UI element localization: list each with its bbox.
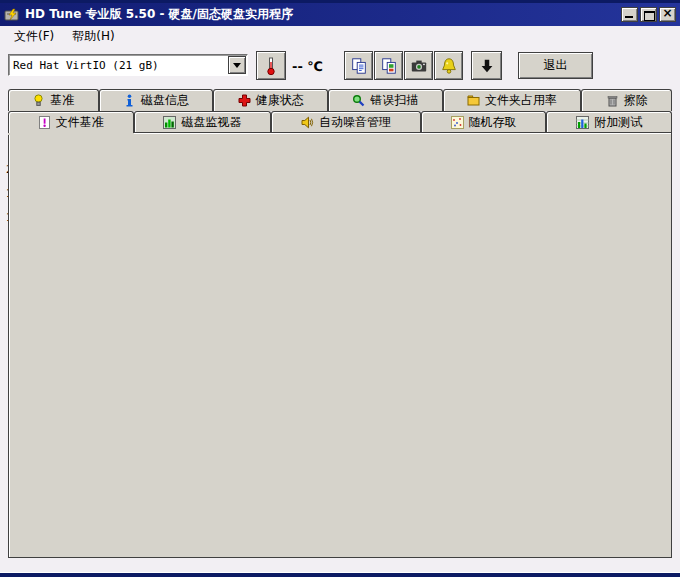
app-icon [4,7,20,23]
title-bar[interactable]: HD Tune 专业版 5.50 - 硬盘/固态硬盘实用程序 [0,3,680,26]
tab-extra-tests[interactable]: 附加测试 [546,111,672,133]
maximize-button[interactable] [640,7,657,22]
tab-file-benchmark[interactable]: 文件基准 [8,111,134,133]
tab-row-1: 基准 磁盘信息 健康状态 错误扫描 文件夹占用率 擦除 [8,89,672,111]
save-results-button[interactable] [471,51,502,80]
scan-icon [352,94,365,107]
copy-image-button[interactable] [374,51,403,80]
tab-folder-usage[interactable]: 文件夹占用率 [443,89,582,111]
tab-disk-monitor[interactable]: 磁盘监视器 [134,111,272,133]
copy-text-icon [350,57,368,75]
tab-disk-info[interactable]: 磁盘信息 [99,89,214,111]
speaker-icon [301,116,314,129]
copy-image-icon [380,57,398,75]
tab-error-scan[interactable]: 错误扫描 [328,89,443,111]
file-benchmark-panel [8,132,672,558]
tab-acoustic-management[interactable]: 自动噪音管理 [271,111,421,133]
acoustic-button[interactable] [434,51,463,80]
random-access-icon [451,116,464,129]
tab-random-access[interactable]: 随机存取 [421,111,547,133]
temperature-readout: -- ℃ [292,59,323,74]
minimize-button[interactable] [621,7,638,22]
app-window: HD Tune 专业版 5.50 - 硬盘/固态硬盘实用程序 文件(F) 帮助(… [0,0,680,577]
exit-button[interactable]: 退出 [518,52,593,79]
down-arrow-icon [478,57,496,75]
bulb-icon [32,94,45,107]
copy-text-button[interactable] [344,51,373,80]
tab-erase[interactable]: 擦除 [581,89,672,111]
drive-selector-value: Red Hat VirtIO (21 gB) [9,59,228,72]
info-icon [123,94,136,107]
extra-tests-icon [576,116,589,129]
menu-bar: 文件(F) 帮助(H) [0,26,680,47]
disk-monitor-icon [163,116,176,129]
menu-help[interactable]: 帮助(H) [64,26,122,47]
folder-icon [467,94,480,107]
trash-icon [606,94,619,107]
camera-icon [410,57,428,75]
drive-selector[interactable]: Red Hat VirtIO (21 gB) [8,54,248,76]
chevron-down-icon[interactable] [228,56,246,74]
health-icon [238,94,251,107]
window-title: HD Tune 专业版 5.50 - 硬盘/固态硬盘实用程序 [25,6,293,23]
close-button[interactable] [659,7,676,22]
acoustic-bell-icon [440,57,458,75]
window-frame-bottom [0,572,680,577]
screenshot-button[interactable] [404,51,433,80]
tab-benchmark[interactable]: 基准 [8,89,99,111]
tab-row-2: 文件基准 磁盘监视器 自动噪音管理 随机存取 附加测试 [8,111,672,133]
temperature-button[interactable] [256,51,286,80]
menu-file[interactable]: 文件(F) [6,26,62,47]
tab-health[interactable]: 健康状态 [213,89,328,111]
file-benchmark-icon [38,116,51,129]
thermometer-icon [263,56,279,76]
